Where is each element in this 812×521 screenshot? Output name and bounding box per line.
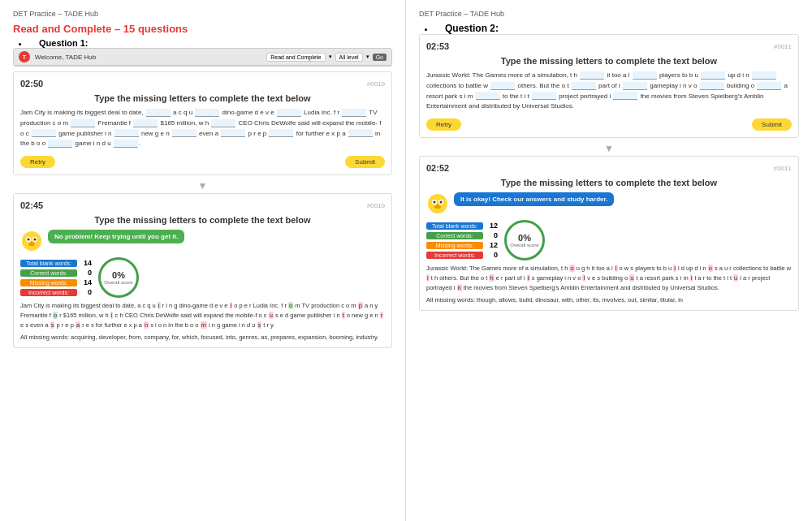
timer-1b: 02:45 xyxy=(20,200,43,210)
instruction-1b: Type the missing letters to complete the… xyxy=(20,215,385,225)
result-box-1: 02:45 #0010 Type the missing letters to … xyxy=(13,193,392,348)
svg-point-12 xyxy=(434,205,441,209)
speech-bubble-left: No problem! Keep trying until you get it… xyxy=(48,230,184,243)
owl-section-left: No problem! Keep trying until you get it… xyxy=(20,230,385,252)
result-1-header: 02:45 #0010 xyxy=(20,200,385,210)
btn-row-2: Retry Submit xyxy=(426,118,792,131)
instruction-2b: Type the missing letters to complete the… xyxy=(426,178,792,187)
browser-controls-left: Read and Complete ▾ All level ▾ Go xyxy=(266,53,387,62)
question-1-label: Question 1: xyxy=(39,38,89,48)
right-panel: DET Practice – TADE Hub Question 2: 02:5… xyxy=(406,0,812,521)
stats-score-left: Total blank words: 14 Correct words: 0 M… xyxy=(20,257,385,298)
stats-score-right: Total blank words: 12 Correct words: 0 M… xyxy=(426,220,792,260)
go-button[interactable]: Go xyxy=(373,54,387,61)
left-panel: DET Practice – TADE Hub Read and Complet… xyxy=(0,0,406,521)
missing-words-left: All missing words: acquiring, developer,… xyxy=(20,334,385,341)
read-complete-dropdown[interactable]: Read and Complete xyxy=(266,53,325,62)
exercise-2-box: 02:53 #0011 Type the missing letters to … xyxy=(419,34,799,138)
owl-section-right: It is okay! Check our answers and study … xyxy=(426,192,792,215)
stat-total-left: Total blank words: 14 xyxy=(20,259,92,267)
svg-point-4 xyxy=(34,239,37,241)
stat-val-incorrect-right: 0 xyxy=(486,251,498,259)
result-box-2: 02:52 #0011 Type the missing letters to … xyxy=(419,156,799,311)
browser-chrome-left: T Welcome, TADE Hub Read and Complete ▾ … xyxy=(13,48,392,67)
score-pct-left: 0% xyxy=(112,270,125,280)
owl-icon-right xyxy=(426,192,449,215)
score-label-right: Overall score xyxy=(510,243,538,248)
level-dropdown[interactable]: All level xyxy=(335,53,363,62)
stat-val-missing-right: 12 xyxy=(486,241,498,249)
svg-point-10 xyxy=(434,201,436,204)
stat-correct-left: Correct words: 0 xyxy=(20,269,92,277)
owl-icon-left xyxy=(20,230,43,252)
stat-label-missing-left: Missing words: xyxy=(20,279,77,286)
submit-button-1[interactable]: Submit xyxy=(345,156,385,168)
stat-val-correct-right: 0 xyxy=(486,231,498,239)
main-heading: Read and Complete – 15 questions xyxy=(13,23,392,35)
retry-button-1[interactable]: Retry xyxy=(20,156,55,168)
instruction-1: Type the missing letters to complete the… xyxy=(20,93,385,103)
stat-label-missing-right: Missing words: xyxy=(426,242,483,249)
stat-val-correct-left: 0 xyxy=(80,269,92,277)
score-circle-right: 0% Overall score xyxy=(504,220,545,260)
stat-label-correct-left: Correct words: xyxy=(20,269,77,277)
exercise-2-header: 02:53 #0011 xyxy=(426,41,792,51)
exercise-1-header: 02:50 #0010 xyxy=(20,79,385,88)
missing-words-label-left: All missing words: xyxy=(20,334,69,341)
stat-val-missing-left: 14 xyxy=(80,278,92,286)
score-label-left: Overall score xyxy=(104,280,132,285)
question-id-2b: #0011 xyxy=(774,165,792,172)
missing-words-values-right: though, allows, build, dinosaur, with, o… xyxy=(477,296,683,304)
result-2-header: 02:52 #0011 xyxy=(426,163,792,173)
avatar-left: T xyxy=(19,51,30,62)
dropdown-arrow: ▾ xyxy=(329,54,332,60)
stats-table-right: Total blank words: 12 Correct words: 0 M… xyxy=(426,222,498,259)
stat-incorrect-left: Incorrect words: 0 xyxy=(20,288,92,296)
timer-2b: 02:52 xyxy=(426,163,449,173)
question-list: Question 1: xyxy=(13,38,392,48)
stat-label-incorrect-left: Incorrect words: xyxy=(20,289,77,296)
stat-val-total-right: 12 xyxy=(486,222,498,230)
speech-bubble-right: It is okay! Check our answers and study … xyxy=(454,192,614,206)
browser-url-left: Welcome, TADE Hub xyxy=(35,54,261,61)
missing-words-values-left: acquiring, developer, from, company, for… xyxy=(71,334,378,341)
stat-missing-right: Missing words: 12 xyxy=(426,241,498,249)
instruction-2: Type the missing letters to complete the… xyxy=(426,56,792,66)
stat-label-correct-right: Correct words: xyxy=(426,232,483,239)
retry-button-2[interactable]: Retry xyxy=(426,118,461,131)
level-arrow: ▾ xyxy=(366,54,369,60)
answers-passage-left: Jam City is making its biggest deal to d… xyxy=(20,301,385,330)
submit-button-2[interactable]: Submit xyxy=(752,118,792,131)
passage-1: Jam City is making its biggest deal to d… xyxy=(20,108,385,149)
browser-bar-left: T Welcome, TADE Hub Read and Complete ▾ … xyxy=(14,49,391,66)
question-id-2: #0011 xyxy=(774,43,792,50)
svg-point-11 xyxy=(440,201,443,204)
question-id-1: #0010 xyxy=(367,80,385,88)
svg-point-3 xyxy=(28,239,30,241)
stats-table-left: Total blank words: 14 Correct words: 0 M… xyxy=(20,259,92,296)
page-wrapper: DET Practice – TADE Hub Read and Complet… xyxy=(0,0,812,521)
left-browser-tab: DET Practice – TADE Hub xyxy=(13,10,392,18)
question-list-right: Question 2: xyxy=(419,23,799,34)
stat-label-incorrect-right: Incorrect words: xyxy=(426,252,483,259)
stat-val-incorrect-left: 0 xyxy=(80,288,92,296)
stat-label-total-left: Total blank words: xyxy=(20,260,77,267)
timer-1: 02:50 xyxy=(20,79,43,88)
arrow-down-right: ▼ xyxy=(419,143,799,154)
right-browser-tab: DET Practice – TADE Hub xyxy=(419,10,799,18)
exercise-1-box: 02:50 #0010 Type the missing letters to … xyxy=(13,71,392,175)
stat-missing-left: Missing words: 14 xyxy=(20,278,92,286)
stat-total-right: Total blank words: 12 xyxy=(426,222,498,230)
missing-words-right: All missing words: though, allows, build… xyxy=(426,296,792,304)
question-id-1b: #0010 xyxy=(367,202,385,209)
missing-words-label-right: All missing words: xyxy=(426,296,475,304)
passage-2: Jurassic World: The Games more of a simu… xyxy=(426,71,792,112)
stat-incorrect-right: Incorrect words: 0 xyxy=(426,251,498,259)
score-pct-right: 0% xyxy=(518,233,531,243)
stat-correct-right: Correct words: 0 xyxy=(426,231,498,239)
arrow-down-left: ▼ xyxy=(13,180,392,192)
score-circle-left: 0% Overall score xyxy=(98,257,139,298)
question-2-label: Question 2: xyxy=(445,23,499,34)
svg-point-5 xyxy=(28,243,35,246)
btn-row-1: Retry Submit xyxy=(20,156,385,168)
